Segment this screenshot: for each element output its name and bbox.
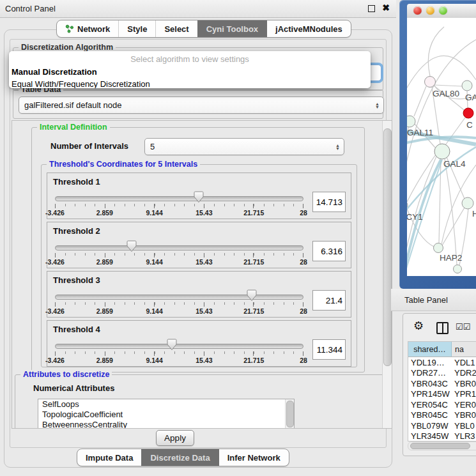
node-table[interactable]: shared… na YDL19…YDL1YDR27…YDR2YBR043CYB…	[408, 341, 476, 441]
table-cell[interactable]: YDR27…	[408, 368, 452, 379]
column-header-name[interactable]: na	[452, 342, 476, 357]
table-cell[interactable]: YLR3	[452, 431, 476, 442]
slider-track[interactable]	[55, 344, 303, 349]
table-row[interactable]: YLR345WYLR3	[408, 431, 476, 442]
discretize-settings-panel: Discretization Algorithm Select algorith…	[10, 39, 387, 448]
scale-label: 9.144	[146, 307, 162, 315]
interval-definition-title: Interval Definition	[37, 123, 110, 132]
table-cell[interactable]: YBR0	[452, 410, 476, 421]
slider-track[interactable]	[55, 295, 303, 300]
scale-label: 21.715	[243, 307, 264, 315]
table-panel-title: Table Panel	[404, 295, 448, 305]
scale-label: 2.859	[96, 307, 113, 315]
tab-discretize-data[interactable]: Discretize Data	[141, 449, 218, 466]
network-node[interactable]	[454, 265, 462, 273]
scale-label: 21.715	[243, 258, 264, 266]
tab-infer-network[interactable]: Infer Network	[219, 449, 289, 466]
table-cell[interactable]: YER054C	[408, 399, 452, 410]
table-row[interactable]: YBR043CYBR0	[408, 378, 476, 389]
algorithm-combo-placeholder: Select algorithm to view settings	[9, 54, 371, 66]
gear-icon[interactable]: ⚙	[413, 319, 424, 333]
tab-select[interactable]: Select	[155, 20, 197, 37]
tab-network[interactable]: Network	[57, 20, 118, 37]
slider-scale-labels: -3.4262.8599.14415.4321.71528	[55, 258, 303, 266]
scale-label: -3.426	[45, 307, 65, 315]
table-row[interactable]: YDR27…YDR2	[408, 368, 476, 379]
column-header-shared-name[interactable]: shared…	[408, 342, 452, 357]
threshold-value-field[interactable]: 21.4	[312, 290, 346, 311]
window-zoom-button[interactable]	[439, 6, 447, 15]
tab-label: Style	[127, 24, 147, 34]
table-cell[interactable]: YBR0	[452, 378, 476, 389]
window-close-button[interactable]	[413, 6, 422, 15]
table-row[interactable]: YPR145WYPR1	[408, 389, 476, 400]
num-intervals-value: 5	[150, 142, 155, 151]
table-row[interactable]: YDL19…YDL1	[408, 357, 476, 368]
close-icon[interactable]: ✖	[382, 3, 390, 13]
threshold-slider[interactable]: -3.4262.8599.14415.4321.71528	[54, 239, 305, 266]
settings-vertical-scrollbar[interactable]	[382, 121, 392, 428]
table-cell[interactable]: YDL19…	[408, 357, 452, 368]
table-cell[interactable]: YPR145W	[408, 389, 452, 400]
table-horizontal-scrollbar[interactable]	[408, 441, 476, 450]
attributes-group-title: Attributes to discretize	[20, 370, 112, 379]
attribute-item[interactable]: BetweennessCentrality	[38, 420, 294, 429]
top-tabbar: NetworkStyleSelectCyni ToolboxjActiveMNo…	[56, 20, 351, 38]
network-node[interactable]	[434, 243, 443, 253]
scale-label: 28	[300, 307, 307, 315]
table-cell[interactable]: YBR043C	[408, 378, 452, 389]
network-node-label: HAP2	[440, 253, 462, 263]
algorithm-option[interactable]: Equal Width/Frequency Discretization	[9, 78, 371, 88]
algorithm-option[interactable]: Manual Discretization	[9, 66, 371, 78]
threshold-value-field[interactable]: 11.344	[312, 339, 346, 360]
table-cell[interactable]: YBR045C	[408, 410, 452, 421]
tab-style[interactable]: Style	[118, 20, 155, 37]
network-node[interactable]	[462, 81, 472, 91]
float-icon[interactable]	[368, 5, 375, 12]
attribute-item[interactable]: SelfLoops	[38, 399, 294, 410]
network-node[interactable]	[462, 197, 473, 209]
table-cell[interactable]: YER0	[452, 399, 476, 410]
numerical-attributes-list[interactable]: SelfLoopsTopologicalCoefficientBetweenne…	[38, 399, 295, 429]
network-icon	[65, 24, 74, 33]
threshold-slider[interactable]: -3.4262.8599.14415.4321.71528	[54, 337, 305, 365]
table-cell[interactable]: YLR345W	[408, 431, 452, 442]
slider-thumb[interactable]	[194, 191, 204, 203]
num-intervals-combobox[interactable]: 5 ▲▼	[144, 138, 344, 155]
network-node[interactable]	[434, 144, 450, 159]
checkbox-checked-icons[interactable]: ☑☑	[456, 324, 470, 330]
attributes-list-scrollbar[interactable]	[285, 399, 294, 429]
slider-thumb[interactable]	[247, 289, 257, 302]
settings-scroll-area: Interval Definition Number of Intervals …	[12, 120, 392, 429]
network-node-label: H	[472, 209, 476, 219]
table-cell[interactable]: YDL1	[452, 357, 476, 368]
table-cell[interactable]: YBL079W	[408, 420, 452, 431]
tab-cyni-toolbox[interactable]: Cyni Toolbox	[197, 20, 266, 37]
table-cell[interactable]: YBL0	[452, 420, 476, 431]
network-node[interactable]	[407, 116, 415, 127]
slider-thumb[interactable]	[167, 339, 177, 351]
table-data-combobox[interactable]: galFiltered.sif default node ▲▼	[19, 96, 384, 114]
slider-track[interactable]	[55, 196, 303, 201]
tab-impute-data[interactable]: Impute Data	[77, 449, 141, 466]
table-row[interactable]: YBR045CYBR0	[408, 410, 476, 421]
table-cell[interactable]: YDR2	[452, 368, 476, 379]
tab-label: Select	[164, 24, 188, 34]
table-cell[interactable]: YPR1	[452, 389, 476, 400]
threshold-slider[interactable]: -3.4262.8599.14415.4321.71528	[54, 288, 305, 316]
threshold-slider[interactable]: -3.4262.8599.14415.4321.71528	[54, 190, 305, 217]
window-minimize-button[interactable]	[426, 6, 434, 15]
network-node[interactable]	[425, 77, 436, 88]
network-node[interactable]	[463, 108, 473, 118]
table-row[interactable]: YBL079WYBL0	[408, 420, 476, 431]
slider-track[interactable]	[55, 245, 303, 250]
network-canvas[interactable]: GAL80GACGAL11GAL4GCY1HHAP2	[407, 18, 476, 276]
threshold-value-field[interactable]: 14.713	[312, 192, 346, 212]
attribute-item[interactable]: TopologicalCoefficient	[38, 410, 294, 420]
threshold-value-field[interactable]: 6.316	[312, 241, 346, 261]
slider-thumb[interactable]	[127, 240, 137, 252]
apply-button[interactable]: Apply	[156, 430, 194, 446]
tab-jactivemnodules[interactable]: jActiveMNodules	[266, 20, 351, 37]
split-columns-icon[interactable]	[436, 322, 449, 334]
table-row[interactable]: YER054CYER0	[408, 399, 476, 410]
